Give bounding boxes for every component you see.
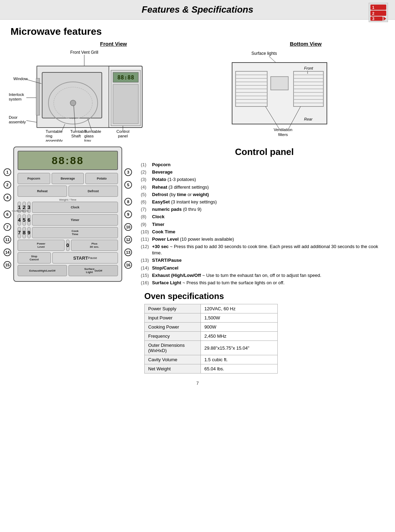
cp-item-7: (7) numeric pads (0 thru 9) bbox=[141, 206, 388, 213]
svg-text:tray: tray bbox=[84, 138, 91, 142]
circle-11: 11 bbox=[4, 236, 11, 244]
page-footer: 7 bbox=[0, 381, 395, 386]
num-8-button[interactable]: 8 bbox=[22, 227, 26, 238]
svg-text:assembly: assembly bbox=[46, 138, 63, 142]
exhaust-button[interactable]: ExhaustHigh/Low/Off bbox=[18, 265, 67, 276]
svg-rect-12 bbox=[42, 72, 102, 118]
svg-point-19 bbox=[70, 100, 76, 106]
cp-item-15: (15) Exhaust (High/Low/Off ~ Use to turn… bbox=[141, 272, 388, 279]
left-number-column: 1 2 4 6 7 11 14 bbox=[4, 147, 11, 282]
circle-1: 1 bbox=[4, 168, 11, 176]
svg-text:assembly: assembly bbox=[9, 120, 26, 124]
cp-item-10: (10) Cook Time bbox=[141, 229, 388, 235]
svg-text:filters: filters bbox=[278, 132, 288, 137]
plus-30sec-button[interactable]: Plus30 sec. bbox=[71, 240, 118, 251]
svg-text:Interlock: Interlock bbox=[9, 92, 24, 97]
cp-row-1: Popcorn Beverage Potato bbox=[18, 173, 118, 184]
cook-time-button[interactable]: CookTime bbox=[32, 227, 118, 238]
circle-15: 15 bbox=[4, 261, 11, 269]
svg-text:Turntable: Turntable bbox=[84, 129, 101, 134]
spec-value-cavity-volume: 1.5 cubic ft. bbox=[201, 355, 278, 364]
page-number: 7 bbox=[196, 381, 199, 386]
circle-4: 4 bbox=[4, 194, 11, 201]
spec-row-cavity-volume: Cavity Volume 1.5 cubic ft. bbox=[145, 355, 278, 364]
svg-text:glass: glass bbox=[84, 134, 94, 138]
spec-row-input-power: Input Power 1,500W bbox=[145, 313, 278, 323]
cp-item-13: (13) START/Pause bbox=[141, 257, 388, 264]
svg-text:1: 1 bbox=[372, 5, 374, 9]
start-button[interactable]: STARTPause bbox=[52, 252, 118, 264]
svg-text:Ventilation: Ventilation bbox=[274, 128, 292, 132]
cp-item-9: (9) Timer bbox=[141, 221, 388, 228]
control-panel-title: Control panel bbox=[141, 147, 388, 157]
num-9-button[interactable]: 9 bbox=[27, 227, 31, 238]
circle-10: 10 bbox=[124, 223, 132, 231]
cp-item-6: (6) EasySet (3 instant key settings) bbox=[141, 199, 388, 205]
control-panel-section: 1 2 4 6 7 11 14 bbox=[4, 147, 391, 377]
spec-row-outer-dim: Outer Dimensions(WxHxD) 29.88"x15.75"x 1… bbox=[145, 341, 278, 355]
svg-text:Window: Window bbox=[13, 77, 28, 81]
circle-13: 13 bbox=[124, 248, 132, 256]
svg-text:Turntable: Turntable bbox=[46, 129, 62, 134]
right-number-column: 3 5 8 9 10 12 13 bbox=[124, 147, 132, 282]
spec-value-outer-dim: 29.88"x15.75"x 15.04" bbox=[201, 341, 278, 355]
cp-item-3: (3) Potato (1-3 potatoes) bbox=[141, 176, 388, 183]
circle-3: 3 bbox=[124, 168, 132, 176]
spec-row-cooking-power: Cooking Power 900W bbox=[145, 323, 278, 332]
spec-row-frequency: Frequency 2,450 MHz bbox=[145, 332, 278, 341]
svg-text:Shaft: Shaft bbox=[71, 134, 81, 138]
potato-button[interactable]: Potato bbox=[85, 173, 118, 184]
power-level-button[interactable]: PowerLevel bbox=[18, 240, 65, 251]
oven-specs-title: Oven specifications bbox=[144, 291, 384, 301]
circle-2: 2 bbox=[4, 181, 11, 189]
svg-text:panel: panel bbox=[118, 134, 128, 138]
timer-button[interactable]: Timer bbox=[32, 214, 118, 226]
cp-item-16: (16) Surface Light ~ Press this pad to t… bbox=[141, 280, 388, 286]
circle-14: 14 bbox=[4, 248, 11, 256]
svg-text:Front: Front bbox=[304, 66, 314, 70]
oven-specs-section: Oven specifications Power Supply 120VAC,… bbox=[144, 291, 384, 374]
defrost-button[interactable]: Defrost bbox=[68, 186, 118, 197]
page-header: Features & Specifications 1 2 3 bbox=[0, 0, 395, 20]
spec-label-power-supply: Power Supply bbox=[145, 304, 201, 313]
svg-line-28 bbox=[26, 121, 37, 122]
spec-value-frequency: 2,450 MHz bbox=[201, 332, 278, 341]
cp-item-8: (8) Clock bbox=[141, 214, 388, 220]
spec-label-net-weight: Net Weight bbox=[145, 364, 201, 374]
cp-item-4: (4) Reheat (3 different settings) bbox=[141, 184, 388, 190]
spec-label-outer-dim: Outer Dimensions(WxHxD) bbox=[145, 341, 201, 355]
bottom-view-diagram: Surface lights Front Rear bbox=[223, 48, 343, 142]
cp-item-1: (1) Popcorn bbox=[141, 162, 388, 168]
reheat-button[interactable]: Reheat bbox=[18, 186, 67, 197]
svg-text:88:88: 88:88 bbox=[117, 74, 134, 81]
cp-item-2: (2) Beverage bbox=[141, 169, 388, 175]
spec-label-cavity-volume: Cavity Volume bbox=[145, 355, 201, 364]
svg-text:Surface lights: Surface lights bbox=[251, 51, 277, 56]
svg-text:ring: ring bbox=[46, 134, 52, 138]
clock-button[interactable]: Clock bbox=[32, 202, 118, 213]
step-icon: 1 2 3 bbox=[369, 3, 388, 22]
front-view-label: Front View bbox=[7, 41, 220, 47]
cp-row-7: StopCancel STARTPause bbox=[18, 252, 118, 264]
circle-9: 9 bbox=[124, 210, 132, 218]
beverage-button[interactable]: Beverage bbox=[52, 173, 84, 184]
circle-5: 5 bbox=[124, 181, 132, 189]
svg-rect-17 bbox=[113, 84, 138, 124]
spec-label-frequency: Frequency bbox=[145, 332, 201, 341]
surface-light-button[interactable]: SurfaceLightOn/Off bbox=[68, 265, 118, 276]
num-5-button[interactable]: 5 bbox=[22, 214, 26, 226]
num-0-button[interactable]: 0 bbox=[66, 240, 70, 251]
page-title: Features & Specifications bbox=[0, 4, 395, 15]
num-6-button[interactable]: 6 bbox=[27, 214, 31, 226]
num-3-easyset-button[interactable]: 3EasySet bbox=[27, 202, 31, 213]
svg-rect-59 bbox=[271, 77, 288, 90]
cp-row-3: 1EasySet 2EasySet 3EasySet Clock bbox=[18, 202, 118, 213]
num-7-button[interactable]: 7 bbox=[18, 227, 21, 238]
stop-cancel-button[interactable]: StopCancel bbox=[18, 252, 51, 264]
num-4-button[interactable]: 4 bbox=[18, 214, 21, 226]
spec-value-cooking-power: 900W bbox=[201, 323, 278, 332]
popcorn-button[interactable]: Popcorn bbox=[18, 173, 50, 184]
circle-8: 8 bbox=[124, 198, 132, 206]
front-view-diagram: Front Vent Grill 88:88 Wi bbox=[7, 48, 158, 142]
svg-text:Door: Door bbox=[9, 115, 18, 119]
